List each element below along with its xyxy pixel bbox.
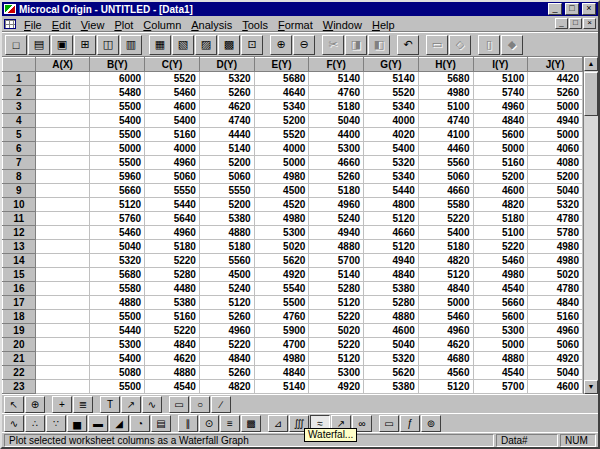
- cell-E7[interactable]: 5000: [254, 156, 309, 170]
- cell-B16[interactable]: 5580: [90, 282, 145, 296]
- menu-file[interactable]: File: [19, 18, 47, 32]
- menu-view[interactable]: View: [76, 18, 110, 32]
- row-header-7[interactable]: 7: [3, 156, 36, 170]
- cell-E10[interactable]: 4520: [254, 198, 309, 212]
- cell-H10[interactable]: 5580: [418, 198, 473, 212]
- app-icon[interactable]: [4, 4, 16, 14]
- data-reader-tool-button[interactable]: ≣: [73, 396, 93, 413]
- cell-I13[interactable]: 5220: [473, 240, 528, 254]
- cell-J8[interactable]: 5200: [528, 170, 583, 184]
- vertical-scrollbar[interactable]: ▲ ▼: [583, 57, 598, 394]
- cell-G7[interactable]: 5320: [364, 156, 419, 170]
- cell-I19[interactable]: 5300: [473, 324, 528, 338]
- child-close-button[interactable]: ×: [583, 18, 596, 29]
- cell-B15[interactable]: 5680: [90, 268, 145, 282]
- corner-header[interactable]: [3, 58, 36, 72]
- cell-I16[interactable]: 4540: [473, 282, 528, 296]
- cell-E19[interactable]: 5900: [254, 324, 309, 338]
- column-header-f[interactable]: F(Y): [309, 58, 364, 72]
- cell-G3[interactable]: 5340: [364, 100, 419, 114]
- cell-D13[interactable]: 5180: [199, 240, 254, 254]
- cell-H9[interactable]: 4660: [418, 184, 473, 198]
- cell-A19[interactable]: [35, 324, 90, 338]
- cell-J15[interactable]: 5020: [528, 268, 583, 282]
- cell-H4[interactable]: 4740: [418, 114, 473, 128]
- cell-E2[interactable]: 4640: [254, 86, 309, 100]
- child-restore-button[interactable]: □: [569, 18, 582, 29]
- row-header-20[interactable]: 20: [3, 338, 36, 352]
- cell-A11[interactable]: [35, 212, 90, 226]
- cell-H21[interactable]: 4680: [418, 352, 473, 366]
- duplicate-window-button[interactable]: ⊡: [241, 35, 263, 55]
- cell-J23[interactable]: 4600: [528, 380, 583, 394]
- undo-button[interactable]: ↶: [397, 35, 419, 55]
- menu-help[interactable]: Help: [367, 18, 400, 32]
- cell-E20[interactable]: 4700: [254, 338, 309, 352]
- cell-A16[interactable]: [35, 282, 90, 296]
- cell-D5[interactable]: 4440: [199, 128, 254, 142]
- cell-I14[interactable]: 5460: [473, 254, 528, 268]
- column-header-d[interactable]: D(Y): [199, 58, 254, 72]
- row-header-17[interactable]: 17: [3, 296, 36, 310]
- cell-A8[interactable]: [35, 170, 90, 184]
- cell-C3[interactable]: 4600: [145, 100, 200, 114]
- cell-B4[interactable]: 5400: [90, 114, 145, 128]
- menu-format[interactable]: Format: [273, 18, 318, 32]
- bar-plot-button[interactable]: ▬: [88, 415, 108, 432]
- cell-E15[interactable]: 4920: [254, 268, 309, 282]
- cell-I20[interactable]: 5000: [473, 338, 528, 352]
- cell-J10[interactable]: 5320: [528, 198, 583, 212]
- column-header-e[interactable]: E(Y): [254, 58, 309, 72]
- print-preview-button[interactable]: ▩: [218, 35, 240, 55]
- cell-H24[interactable]: 5440: [418, 394, 473, 395]
- menu-analysis[interactable]: Analysis: [186, 18, 237, 32]
- cell-I24[interactable]: 4860: [473, 394, 528, 395]
- menu-tools[interactable]: Tools: [237, 18, 273, 32]
- minimize-button[interactable]: _: [548, 3, 562, 15]
- cell-J3[interactable]: 5000: [528, 100, 583, 114]
- menu-plot[interactable]: Plot: [109, 18, 138, 32]
- cell-G4[interactable]: 4000: [364, 114, 419, 128]
- menu-edit[interactable]: Edit: [47, 18, 76, 32]
- row-header-5[interactable]: 5: [3, 128, 36, 142]
- cell-H13[interactable]: 5180: [418, 240, 473, 254]
- cell-A13[interactable]: [35, 240, 90, 254]
- maximize-button[interactable]: □: [565, 3, 579, 15]
- cell-G13[interactable]: 5120: [364, 240, 419, 254]
- cell-D18[interactable]: 5260: [199, 310, 254, 324]
- cell-G8[interactable]: 5340: [364, 170, 419, 184]
- cell-B12[interactable]: 5460: [90, 226, 145, 240]
- cell-E21[interactable]: 4980: [254, 352, 309, 366]
- zoom-tool-button[interactable]: ⊕: [25, 396, 45, 413]
- cell-F21[interactable]: 5120: [309, 352, 364, 366]
- cell-A3[interactable]: [35, 100, 90, 114]
- cell-A9[interactable]: [35, 184, 90, 198]
- scroll-down-icon[interactable]: ▼: [584, 380, 598, 394]
- cell-D10[interactable]: 5200: [199, 198, 254, 212]
- row-header-1[interactable]: 1: [3, 72, 36, 86]
- cell-J20[interactable]: 5060: [528, 338, 583, 352]
- cell-F3[interactable]: 5180: [309, 100, 364, 114]
- cell-J13[interactable]: 4980: [528, 240, 583, 254]
- cell-I5[interactable]: 5600: [473, 128, 528, 142]
- new-layout-button[interactable]: ▥: [120, 35, 142, 55]
- cell-H15[interactable]: 5120: [418, 268, 473, 282]
- function-plot-button[interactable]: ƒ: [400, 415, 420, 432]
- cell-C11[interactable]: 5640: [145, 212, 200, 226]
- cell-G19[interactable]: 4600: [364, 324, 419, 338]
- cell-C13[interactable]: 5180: [145, 240, 200, 254]
- cell-I18[interactable]: 5600: [473, 310, 528, 324]
- cell-F22[interactable]: 5300: [309, 366, 364, 380]
- screen-reader-tool-button[interactable]: +: [52, 396, 72, 413]
- cell-C5[interactable]: 5160: [145, 128, 200, 142]
- cell-F12[interactable]: 4940: [309, 226, 364, 240]
- cell-F10[interactable]: 4960: [309, 198, 364, 212]
- cell-F19[interactable]: 5020: [309, 324, 364, 338]
- column-header-g[interactable]: G(Y): [364, 58, 419, 72]
- cell-E12[interactable]: 5300: [254, 226, 309, 240]
- row-header-8[interactable]: 8: [3, 170, 36, 184]
- cell-E23[interactable]: 5140: [254, 380, 309, 394]
- cell-F14[interactable]: 5700: [309, 254, 364, 268]
- polar-plot-button[interactable]: ⊙: [199, 415, 219, 432]
- cell-H2[interactable]: 4980: [418, 86, 473, 100]
